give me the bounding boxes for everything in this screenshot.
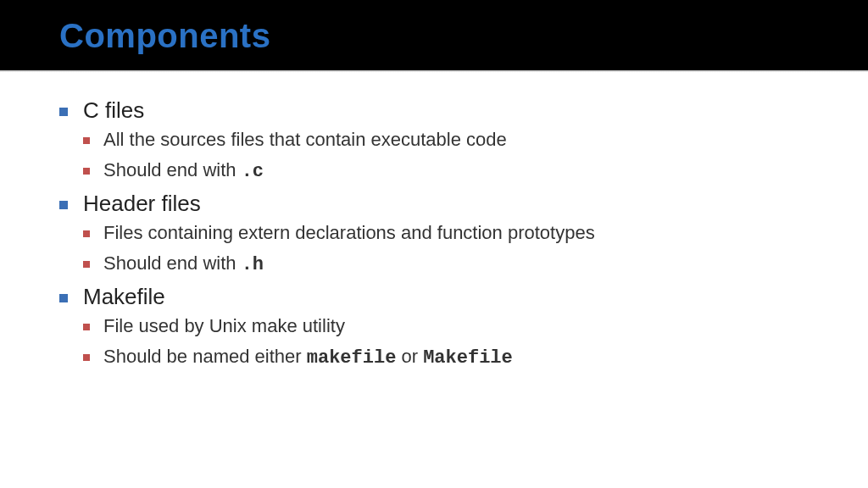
title-divider [0,70,868,72]
bullet-label: C files [83,97,144,123]
sub-bullet-list: All the sources files that contain execu… [83,129,809,182]
title-bar: Components [0,0,868,70]
sub-bullet-list: Files containing extern declarations and… [83,222,809,275]
bullet-level2: Files containing extern declarations and… [83,222,809,244]
bullet-list: C filesAll the sources files that contai… [59,97,809,369]
bullet-level1: MakefileFile used by Unix make utilitySh… [59,284,809,369]
bullet-level2: All the sources files that contain execu… [83,129,809,151]
code-text: .h [242,254,264,275]
bullet-label: Makefile [83,284,165,309]
bullet-level2: Should end with .c [83,159,809,182]
code-text: .c [242,161,264,182]
bullet-level1: Header filesFiles containing extern decl… [59,191,809,275]
slide: Components C filesAll the sources files … [0,0,868,488]
code-text: Makefile [423,347,513,369]
bullet-level2: File used by Unix make utility [83,315,809,337]
bullet-level1: C filesAll the sources files that contai… [59,97,809,182]
bullet-label: Header files [83,191,201,216]
slide-title: Components [59,17,809,55]
sub-bullet-list: File used by Unix make utilityShould be … [83,315,809,369]
bullet-level2: Should be named either makefile or Makef… [83,346,809,369]
bullet-level2: Should end with .h [83,252,809,275]
slide-content: C filesAll the sources files that contai… [0,97,868,377]
code-text: makefile [307,347,397,369]
